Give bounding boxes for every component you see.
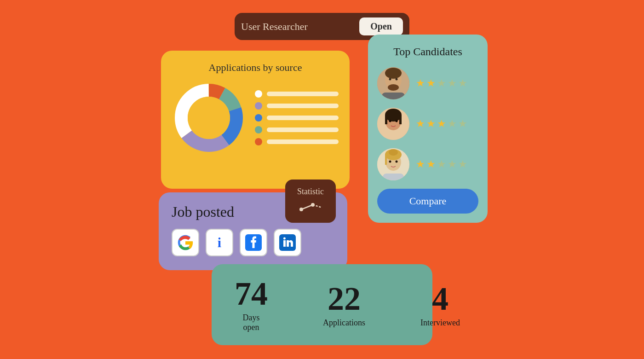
svg-rect-19 [383,133,404,140]
legend-bar [267,104,339,108]
star: ★ [437,77,446,89]
applications-card: Applications by source [161,51,350,189]
candidate-row: ★ ★ ★ ★ ★ [377,67,478,99]
legend-dot [255,102,262,110]
svg-point-9 [385,68,402,79]
candidate-row: ★ ★ ★ ★ ★ [377,108,478,140]
legend-bar [267,116,339,120]
stat-number-interviewed: 4 [420,282,460,315]
svg-line-35 [313,205,322,208]
indeed-letter: i [218,235,221,250]
star: ★ [426,118,436,130]
svg-point-13 [396,78,398,81]
star: ★ [416,118,425,130]
legend-bar [267,127,339,132]
chart-line-svg [297,200,324,213]
indeed-icon[interactable]: i [206,229,233,256]
chart-area [172,81,339,155]
star: ★ [426,158,436,170]
compare-button[interactable]: Compare [377,189,478,214]
svg-point-29 [396,161,398,163]
avatar-svg [377,108,409,140]
svg-rect-27 [383,174,404,180]
linkedin-icon[interactable] [274,229,301,256]
svg-point-20 [389,120,391,122]
google-logo-svg [177,234,194,251]
star-rating: ★ ★ ★ ★ ★ [416,118,467,130]
svg-point-16 [385,109,402,122]
legend-item [255,114,339,122]
chart-legend [255,90,339,145]
star-rating: ★ ★ ★ ★ ★ [416,158,467,170]
facebook-logo-svg [245,234,262,251]
svg-point-11 [388,84,399,91]
svg-point-26 [389,149,398,156]
stat-label-interviewed: Interviewed [420,318,460,328]
svg-point-6 [188,97,230,139]
legend-bar [267,139,339,144]
legend-bar [267,92,339,96]
stat-number-applications: 22 [323,282,365,315]
avatar-svg [377,148,409,180]
svg-rect-25 [385,155,387,165]
star: ★ [448,158,457,170]
legend-item [255,138,339,145]
google-icon[interactable] [172,229,199,256]
avatar [377,148,409,180]
star: ★ [437,118,446,130]
applications-card-title: Applications by source [172,62,339,74]
stat-days-open: 74 Days open [235,277,268,332]
avatar [377,108,409,140]
legend-dot [255,138,262,145]
svg-point-12 [389,78,391,81]
stat-number-days: 74 [235,277,268,310]
job-title: User Researcher [241,21,352,33]
legend-item [255,126,339,133]
star: ★ [426,77,436,89]
donut-chart [172,81,246,155]
platform-icons: i [172,229,334,256]
star: ★ [458,77,467,89]
linkedin-logo-svg [279,234,296,251]
stat-interviewed: 4 Interviewed [420,282,460,328]
statistic-chart-icon [294,200,327,215]
star: ★ [416,158,425,170]
candidate-row: ★ ★ ★ ★ ★ [377,148,478,180]
svg-point-21 [396,120,398,122]
avatar [377,67,409,99]
legend-dot [255,126,262,133]
svg-rect-10 [382,93,405,99]
facebook-icon[interactable] [240,229,267,256]
star-rating: ★ ★ ★ ★ ★ [416,77,467,89]
legend-dot [255,114,262,122]
stat-label-days: Days open [235,313,268,332]
statistic-label: Statistic [294,187,327,197]
star: ★ [458,118,467,130]
legend-dot [255,90,262,98]
star: ★ [416,77,425,89]
donut-svg [172,81,246,155]
candidates-title: Top Candidates [377,46,478,58]
avatar-svg [377,67,409,99]
svg-rect-18 [399,115,402,124]
star: ★ [437,158,446,170]
stats-bottom-card: 74 Days open 22 Applications 4 Interview… [212,264,432,345]
stat-applications: 22 Applications [323,282,365,328]
legend-item [255,102,339,110]
statistic-button[interactable]: Statistic [285,180,336,223]
star: ★ [458,158,467,170]
legend-item [255,90,339,98]
star: ★ [448,118,457,130]
svg-point-28 [389,161,391,163]
status-badge: Open [359,17,403,35]
stat-label-applications: Applications [323,318,365,328]
svg-line-34 [301,205,313,209]
star: ★ [448,77,457,89]
candidates-card: Top Candidates ★ ★ ★ ★ [368,35,488,223]
svg-rect-17 [385,115,387,124]
